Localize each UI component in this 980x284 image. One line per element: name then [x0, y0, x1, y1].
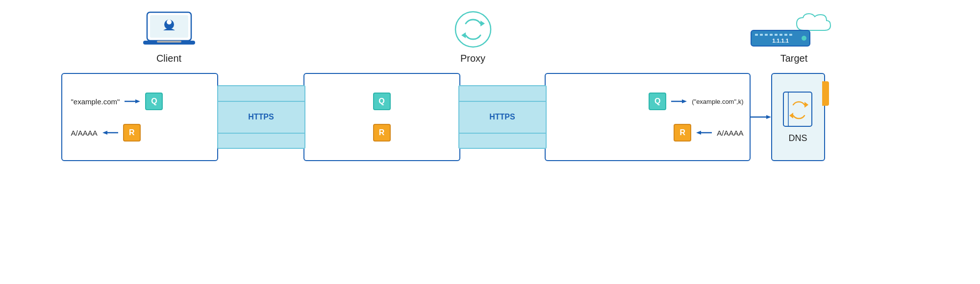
target-arrow-right-icon: [671, 98, 687, 105]
svg-marker-27: [696, 131, 701, 135]
client-label: Client: [156, 53, 181, 64]
client-query-text: "example.com": [71, 97, 120, 106]
svg-rect-13: [770, 34, 773, 36]
target-response-row: R A/AAAA: [552, 124, 744, 142]
svg-marker-25: [682, 99, 687, 103]
target-q-box: Q: [649, 93, 666, 110]
proxy-icon-group: Proxy: [453, 10, 493, 64]
svg-marker-23: [102, 131, 107, 135]
arrow-left-icon: [102, 129, 118, 136]
dns-arrow-icon: [750, 114, 771, 120]
proxy-query-row: Q: [313, 93, 451, 110]
client-icon-group: Client: [142, 10, 196, 64]
proxy-response-row: R: [313, 124, 451, 142]
svg-rect-30: [783, 92, 812, 126]
svg-rect-14: [775, 34, 778, 36]
client-q-box: Q: [145, 93, 163, 110]
dns-label: DNS: [788, 133, 807, 143]
svg-rect-17: [789, 34, 792, 36]
target-arrow-left-icon: [696, 129, 712, 136]
dns-notebook-icon: [781, 91, 815, 130]
arrow-right-icon: [125, 98, 140, 105]
svg-rect-5: [157, 41, 181, 43]
proxy-label: Proxy: [460, 53, 485, 64]
flow-area: "example.com" Q A/AAAA: [61, 73, 919, 161]
target-label: Target: [780, 53, 808, 64]
proxy-box: Q R: [303, 73, 460, 161]
https-tunnel-1: HTTPS: [217, 85, 305, 149]
diagram-container: Client Proxy: [25, 10, 956, 274]
client-laptop-icon: [142, 10, 196, 49]
svg-text:1.1.1.1: 1.1.1.1: [772, 38, 789, 44]
svg-rect-10: [755, 34, 758, 36]
proxy-r-box: R: [373, 124, 391, 142]
svg-rect-12: [765, 34, 768, 36]
svg-rect-15: [779, 34, 782, 36]
client-response-row: A/AAAA R: [71, 124, 208, 142]
target-r-box: R: [674, 124, 691, 142]
svg-point-6: [455, 12, 491, 47]
target-box: Q ("example.com",k) R: [545, 73, 751, 161]
proxy-q-box: Q: [373, 93, 391, 110]
target-icon-group: 1.1.1.1 Target: [750, 10, 838, 64]
svg-point-19: [802, 36, 806, 41]
svg-marker-29: [766, 115, 771, 119]
svg-marker-21: [135, 99, 140, 103]
target-response-text: A/AAAA: [717, 129, 743, 137]
dns-box: DNS: [771, 73, 825, 161]
https-tunnel-2-label: HTTPS: [489, 113, 515, 121]
svg-rect-16: [784, 34, 787, 36]
target-query-text: ("example.com",k): [692, 98, 743, 105]
icons-row: Client Proxy: [98, 10, 882, 64]
client-r-box: R: [123, 124, 141, 142]
target-device-icon: 1.1.1.1: [750, 27, 826, 49]
https-tunnel-1-label: HTTPS: [248, 113, 274, 121]
svg-rect-11: [760, 34, 763, 36]
client-response-text: A/AAAA: [71, 129, 98, 137]
svg-point-3: [167, 20, 172, 24]
https-tunnel-2: HTTPS: [458, 85, 547, 149]
client-box: "example.com" Q A/AAAA: [61, 73, 218, 161]
client-query-row: "example.com" Q: [71, 93, 208, 110]
target-query-row: Q ("example.com",k): [552, 93, 744, 110]
proxy-sync-icon: [453, 10, 493, 49]
dns-tab: [822, 81, 829, 106]
